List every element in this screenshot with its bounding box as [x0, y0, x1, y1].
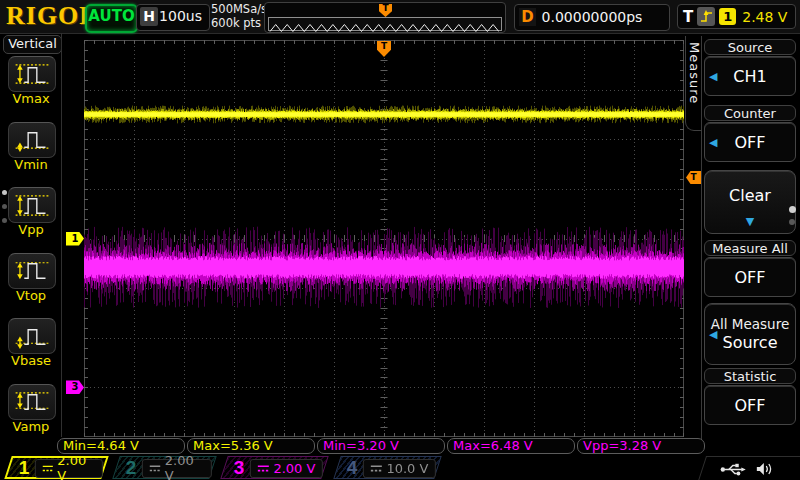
- ch3-ground-marker[interactable]: 3: [66, 380, 84, 394]
- chevron-left-icon: ◀: [709, 136, 717, 149]
- dc-coupling-icon: [370, 463, 383, 472]
- channel-2-status[interactable]: 22.00 V: [112, 456, 216, 479]
- timebase-value: 100us: [159, 8, 202, 24]
- measure-item-button-vamp[interactable]: [8, 384, 56, 420]
- trigger-label: T: [683, 8, 693, 26]
- measurement-readout: Vpp=3.28 V: [577, 438, 705, 454]
- delay-value: 0.00000000ps: [515, 9, 669, 25]
- trigger-status-box: T 1 2.48 V: [677, 4, 796, 29]
- menu-item-value: Source: [723, 333, 778, 353]
- left-menu-title: Vertical: [3, 35, 62, 54]
- ch1-ground-marker[interactable]: 1: [66, 232, 84, 246]
- measure-item-label: Vmin: [0, 157, 62, 172]
- menu-value-text: OFF: [735, 268, 766, 287]
- menu-label-statistic: Statistic: [704, 368, 796, 384]
- rigol-logo: RIGOL: [6, 1, 98, 31]
- page-dot: [2, 204, 7, 209]
- menu-label-measure-all: Measure All: [704, 240, 796, 256]
- acquisition-info: 500MSa/s 600k pts: [211, 3, 267, 30]
- measure-item-button-vtop[interactable]: [8, 253, 56, 289]
- trigger-position-icon: T: [379, 4, 392, 17]
- trigger-level-value: 2.48 V: [742, 9, 787, 25]
- menu-item-label: All Measure: [711, 316, 789, 333]
- measure-item-button-vbase[interactable]: [8, 318, 56, 354]
- page-dot: [789, 206, 796, 213]
- menu-value-text: CH1: [733, 67, 766, 86]
- vmax-icon: [13, 61, 51, 88]
- chevron-down-icon: ▼: [705, 216, 795, 227]
- channel-scale: 2.00 V: [165, 453, 205, 480]
- channel-1-status[interactable]: 12.00 V: [4, 456, 108, 479]
- dc-coupling-icon: [42, 463, 54, 472]
- menu-value-statistic[interactable]: OFF: [704, 385, 796, 425]
- vtop-icon: [13, 257, 51, 284]
- measure-item-label: Vtop: [0, 288, 62, 303]
- tab-measure[interactable]: Measure: [685, 36, 702, 131]
- measurement-readout: Min=3.20 V: [317, 438, 445, 454]
- run-status-badge: AUTO: [85, 4, 138, 33]
- page-dot: [2, 190, 7, 195]
- channel-scale-chip: 10.0 V: [363, 458, 436, 477]
- usb-icon: [720, 462, 746, 475]
- waveform-overview: T: [264, 2, 506, 33]
- menu-value-measure-all[interactable]: OFF: [704, 257, 796, 297]
- sound-icon: [756, 462, 773, 476]
- tab-measure-label: Measure: [687, 42, 702, 104]
- menu-value-counter[interactable]: ◀OFF: [704, 122, 796, 162]
- vbase-icon: [13, 323, 51, 350]
- measure-item-label: Vbase: [0, 353, 62, 368]
- waveform-overview-strip: [268, 17, 502, 31]
- dc-coupling-icon: [257, 463, 270, 472]
- channel-4-status[interactable]: 410.0 V: [333, 456, 441, 479]
- measurement-readout: Max=5.36 V: [187, 438, 315, 454]
- delay-box: D 0.00000000ps: [514, 4, 670, 31]
- rising-edge-icon: [697, 7, 715, 26]
- channel-3-status[interactable]: 32.00 V: [220, 456, 328, 479]
- memory-depth: 600k pts: [211, 17, 267, 31]
- menu-value-text: OFF: [735, 396, 766, 415]
- trigger-source-badge: 1: [719, 8, 736, 25]
- horizontal-label: H: [140, 7, 158, 26]
- menu-button-clear[interactable]: Clear▼: [704, 170, 796, 234]
- vmin-icon: [13, 126, 51, 153]
- horizontal-timebase-box: H 100us: [136, 4, 210, 31]
- menu-value-text: OFF: [735, 133, 766, 152]
- channel-scale: 10.0 V: [387, 460, 429, 475]
- vamp-icon: [13, 388, 51, 415]
- measure-item-label: Vpp: [0, 222, 62, 237]
- vpp-icon: [13, 192, 51, 219]
- channel-number: 4: [347, 457, 358, 479]
- channel-number: 3: [234, 457, 245, 479]
- dc-coupling-icon: [149, 463, 161, 472]
- menu-label-source: Source: [704, 39, 796, 55]
- channel-scale-chip: 2.00 V: [250, 458, 323, 477]
- chevron-left-icon: ◀: [709, 70, 717, 83]
- page-dot: [2, 218, 7, 223]
- channel-number: 2: [126, 457, 137, 479]
- measure-item-button-vmax[interactable]: [8, 56, 56, 92]
- menu-item-all-measure[interactable]: ◀All MeasureSource: [704, 303, 796, 365]
- waveform-thumbnail-trace: [269, 23, 499, 33]
- measurement-readout: Min=4.64 V: [57, 438, 185, 454]
- channel-number: 1: [19, 457, 30, 479]
- oscilloscope-screen: RIGOL AUTO H 100us 500MSa/s 600k pts T D…: [0, 0, 800, 480]
- channel-scale: 2.00 V: [58, 453, 97, 480]
- measure-item-label: Vmax: [0, 91, 62, 106]
- measurement-readout: Max=6.48 V: [447, 438, 575, 454]
- system-status-icons: [698, 456, 800, 480]
- channel-scale-chip: 2.00 V: [142, 458, 212, 477]
- menu-button-label: Clear: [729, 186, 771, 205]
- scope-graticule: [84, 40, 684, 437]
- channel-scale: 2.00 V: [274, 460, 316, 475]
- measure-item-button-vmin[interactable]: [8, 122, 56, 158]
- page-dot: [789, 219, 795, 225]
- measure-item-label: Vamp: [0, 419, 62, 434]
- measure-item-button-vpp[interactable]: [8, 187, 56, 223]
- channel-scale-chip: 2.00 V: [35, 458, 103, 477]
- top-status-bar: RIGOL AUTO H 100us 500MSa/s 600k pts T D…: [0, 0, 800, 34]
- menu-value-source[interactable]: ◀CH1: [704, 56, 796, 96]
- trigger-level-marker[interactable]: T: [686, 171, 701, 184]
- sidebar-divider: [61, 33, 62, 437]
- chevron-left-icon: ◀: [709, 328, 717, 341]
- sample-rate: 500MSa/s: [211, 3, 267, 17]
